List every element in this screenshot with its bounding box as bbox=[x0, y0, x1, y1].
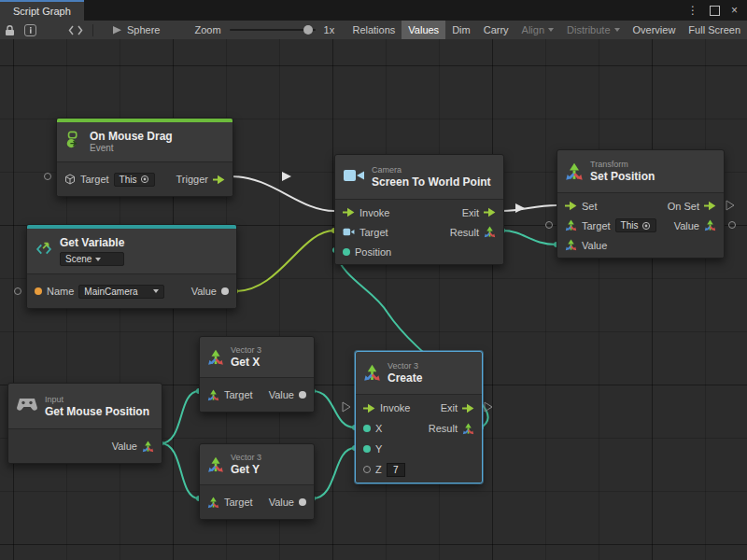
graph-owner-label: Sphere bbox=[127, 24, 160, 35]
fullscreen-button[interactable]: Full Screen bbox=[682, 21, 747, 39]
transform-port-icon[interactable] bbox=[565, 219, 577, 231]
node-screen-to-world-point[interactable]: Camera Screen To World Point Invoke Exit… bbox=[334, 154, 504, 265]
vector3-port-icon[interactable] bbox=[565, 239, 577, 251]
node-get-variable[interactable]: Get Variable Scene Name MainCamera bbox=[26, 224, 237, 309]
menu-icon[interactable]: ⋮ bbox=[687, 5, 698, 16]
value-port-icon[interactable] bbox=[221, 287, 229, 295]
float-port-icon[interactable] bbox=[363, 445, 371, 453]
node-on-mouse-drag[interactable]: On Mouse Drag Event Target This Trigger bbox=[56, 118, 233, 197]
vector3-port-icon[interactable] bbox=[207, 389, 219, 401]
this-chip-label: This bbox=[120, 175, 137, 185]
distribute-label: Distribute bbox=[567, 24, 610, 35]
port-label-z: Z bbox=[375, 464, 382, 475]
port-label-position: Position bbox=[355, 246, 391, 258]
control-port-icon[interactable] bbox=[363, 403, 375, 413]
port-label-exit: Exit bbox=[441, 402, 458, 413]
dim-button[interactable]: Dim bbox=[445, 21, 477, 39]
carry-button[interactable]: Carry bbox=[477, 21, 515, 39]
node-header[interactable]: Transform Set Position bbox=[557, 150, 724, 192]
this-chip-label: This bbox=[621, 220, 639, 231]
node-header[interactable]: Vector 3 Get X bbox=[200, 337, 314, 377]
port-label-target: Target bbox=[224, 497, 253, 508]
node-body: Target This Trigger bbox=[57, 161, 233, 196]
port-label-target: Target bbox=[224, 389, 253, 400]
node-body: Target Value bbox=[200, 484, 314, 519]
port-label-target: Target bbox=[359, 227, 388, 238]
node-get-y[interactable]: Vector 3 Get Y Target Value bbox=[199, 443, 315, 520]
gameobject-port-icon[interactable] bbox=[64, 174, 76, 185]
scope-picker-icon[interactable] bbox=[641, 221, 651, 231]
tab-script-graph[interactable]: Script Graph bbox=[0, 0, 84, 21]
graph-owner-button[interactable]: Sphere bbox=[106, 21, 166, 39]
node-body: Name MainCamera Value bbox=[27, 273, 236, 308]
values-button[interactable]: Values bbox=[402, 21, 445, 39]
control-port-icon[interactable] bbox=[484, 207, 496, 217]
variable-name-dropdown[interactable]: MainCamera bbox=[78, 285, 164, 299]
node-get-x[interactable]: Vector 3 Get X Target Value bbox=[199, 336, 315, 413]
node-header[interactable]: On Mouse Drag Event bbox=[57, 122, 233, 161]
node-header[interactable]: Camera Screen To World Point bbox=[335, 155, 503, 199]
vector3-port-icon[interactable] bbox=[484, 226, 496, 238]
vector3-port-icon[interactable] bbox=[142, 441, 154, 453]
port-label-target: Target bbox=[582, 220, 611, 231]
float-port-icon[interactable] bbox=[299, 498, 306, 506]
close-icon[interactable]: × bbox=[731, 5, 738, 16]
port-label-exit: Exit bbox=[462, 207, 479, 218]
node-header[interactable]: Vector 3 Create bbox=[356, 352, 482, 394]
port-label-trigger: Trigger bbox=[176, 174, 208, 185]
zoom-slider-knob[interactable] bbox=[303, 25, 313, 35]
align-button[interactable]: Align bbox=[515, 21, 560, 39]
toolbar-separator bbox=[92, 24, 93, 36]
string-port-icon[interactable] bbox=[35, 287, 42, 295]
control-port-icon[interactable] bbox=[704, 201, 716, 211]
node-get-mouse-position[interactable]: Input Get Mouse Position Value bbox=[7, 383, 162, 464]
this-chip[interactable]: This bbox=[615, 218, 657, 232]
control-port-icon[interactable] bbox=[213, 175, 225, 185]
port-label-y: Y bbox=[375, 443, 382, 455]
vector3-port-icon[interactable] bbox=[207, 497, 219, 509]
node-header[interactable]: Input Get Mouse Position bbox=[8, 384, 162, 428]
port-label-target: Target bbox=[80, 174, 109, 185]
tab-title: Script Graph bbox=[13, 6, 71, 17]
vector3-icon bbox=[207, 349, 224, 366]
node-body: Set On Set Target This Value Value bbox=[557, 192, 724, 258]
control-port-icon[interactable] bbox=[565, 201, 577, 211]
vector3-port-icon[interactable] bbox=[462, 423, 474, 435]
z-value-field[interactable] bbox=[387, 463, 405, 477]
float-port-icon[interactable] bbox=[363, 466, 371, 473]
variable-kind-dropdown[interactable]: Scene bbox=[60, 252, 124, 266]
relations-button[interactable]: Relations bbox=[345, 21, 402, 39]
node-category: Vector 3 bbox=[231, 453, 261, 463]
port-label-on-set: On Set bbox=[668, 201, 699, 212]
vector3-port-icon[interactable] bbox=[704, 219, 716, 231]
float-port-icon[interactable] bbox=[363, 425, 371, 432]
camera-port-icon[interactable] bbox=[343, 227, 355, 237]
zoom-slider[interactable] bbox=[230, 29, 316, 31]
node-header[interactable]: Vector 3 Get Y bbox=[200, 444, 314, 484]
distribute-button[interactable]: Distribute bbox=[560, 21, 626, 39]
overview-button[interactable]: Overview bbox=[627, 21, 683, 39]
gamepad-icon bbox=[16, 397, 38, 415]
control-port-icon[interactable] bbox=[462, 403, 474, 413]
node-vector3-create[interactable]: Vector 3 Create Invoke Exit X Result Y Z bbox=[355, 351, 483, 483]
camera-icon bbox=[343, 167, 365, 188]
node-header[interactable]: Get Variable Scene bbox=[27, 229, 236, 273]
variable-name-value: MainCamera bbox=[84, 287, 137, 297]
control-port-icon[interactable] bbox=[343, 207, 355, 217]
scope-picker-icon[interactable] bbox=[140, 175, 149, 184]
this-chip[interactable]: This bbox=[114, 173, 156, 187]
node-category: Input bbox=[45, 395, 149, 405]
port-label-set: Set bbox=[582, 201, 598, 212]
port-label-value: Value bbox=[191, 286, 217, 297]
info-icon[interactable] bbox=[20, 21, 41, 39]
node-set-position[interactable]: Transform Set Position Set On Set Target… bbox=[557, 149, 725, 259]
vector3-value-port-icon[interactable] bbox=[343, 248, 350, 256]
node-category: Vector 3 bbox=[388, 361, 422, 371]
lock-icon[interactable] bbox=[0, 21, 20, 39]
code-icon[interactable] bbox=[63, 21, 88, 39]
node-category: Camera bbox=[372, 165, 491, 175]
graph-toolbar: Sphere Zoom 1x Relations Values Dim Carr… bbox=[0, 21, 747, 40]
float-port-icon[interactable] bbox=[299, 391, 306, 399]
fullscreen-label: Full Screen bbox=[688, 24, 740, 35]
maximize-icon[interactable] bbox=[710, 6, 720, 16]
